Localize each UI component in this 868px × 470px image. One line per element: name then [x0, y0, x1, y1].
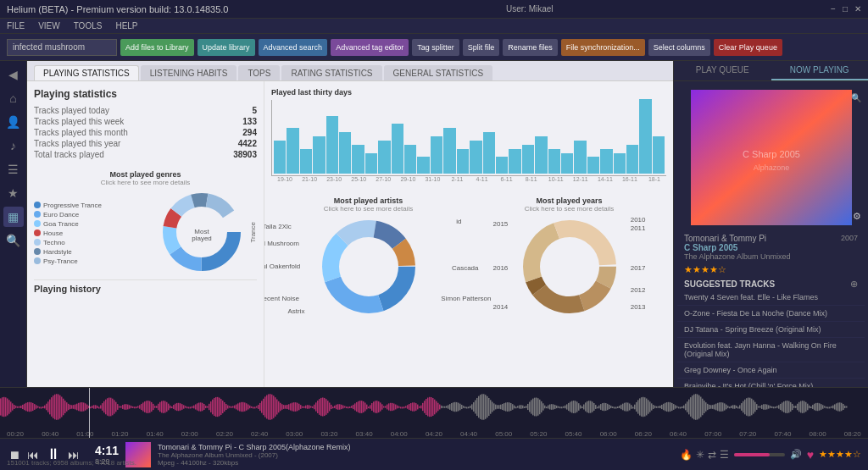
- search-input[interactable]: [7, 39, 117, 56]
- menu-file[interactable]: FILE: [7, 21, 25, 30]
- close-btn[interactable]: ✕: [854, 4, 861, 14]
- playback-stars[interactable]: ★★★★☆: [819, 449, 861, 460]
- svg-rect-235: [358, 401, 359, 412]
- advanced-tag-button[interactable]: Advanced tag editor: [331, 39, 409, 56]
- svg-rect-290: [451, 403, 453, 411]
- tab-rating-stats[interactable]: RATING STATISTICS: [281, 65, 381, 80]
- rename-files-button[interactable]: Rename files: [503, 39, 558, 56]
- svg-rect-377: [598, 406, 600, 409]
- tag-splitter-button[interactable]: Tag splitter: [412, 39, 459, 56]
- add-files-button[interactable]: Add files to Library: [120, 39, 194, 56]
- flame-icon[interactable]: 🔥: [680, 449, 693, 461]
- np-tab-queue[interactable]: PLAY QUEUE: [674, 61, 771, 80]
- svg-rect-146: [207, 406, 209, 408]
- clear-queue-button[interactable]: Clear Play queue: [714, 39, 782, 56]
- suggested-track-item[interactable]: Twenty 4 Seven feat. Elle - Like Flames: [677, 290, 865, 306]
- sidebar-list[interactable]: ☰: [3, 159, 24, 180]
- svg-rect-442: [709, 405, 710, 409]
- waveform-time-label: 00:20: [7, 430, 24, 438]
- svg-rect-455: [731, 406, 732, 408]
- volume-slider[interactable]: [734, 453, 785, 456]
- sidebar-chart[interactable]: ▦: [3, 207, 24, 227]
- tab-listening-habits[interactable]: LISTENING HABITS: [141, 65, 237, 80]
- file-sync-button[interactable]: File synchronization...: [561, 39, 645, 56]
- advanced-search-button[interactable]: Advanced search: [259, 39, 328, 56]
- window-controls[interactable]: − □ ✕: [831, 4, 861, 14]
- bar-chart-label: 23-10: [322, 176, 346, 182]
- repeat-icon[interactable]: ⇄: [708, 449, 716, 461]
- svg-rect-99: [127, 405, 129, 410]
- stat-value-total: 38903: [233, 150, 257, 159]
- minimize-btn[interactable]: −: [831, 4, 836, 14]
- playing-stats-title: Playing statistics: [34, 88, 257, 100]
- update-library-button[interactable]: Update library: [198, 39, 255, 56]
- suggested-header: SUGGESTED TRACKS ⊕: [677, 279, 865, 290]
- suggested-track-item[interactable]: O-Zone - Fiesta De La Noche (Dance Mix): [677, 306, 865, 322]
- svg-rect-460: [739, 405, 741, 408]
- suggested-track-item[interactable]: Brainvibe - It's Hot (Chill 'n' Force Mi…: [677, 379, 865, 387]
- svg-rect-351: [554, 405, 556, 409]
- suggested-track-item[interactable]: Greg Downey - Once Again: [677, 362, 865, 379]
- sidebar-music[interactable]: ♪: [3, 135, 24, 156]
- sidebar-person[interactable]: 👤: [3, 112, 24, 132]
- svg-rect-254: [390, 403, 392, 411]
- svg-rect-280: [434, 400, 436, 415]
- svg-rect-187: [276, 400, 278, 415]
- bar-chart-bar: [431, 136, 442, 174]
- years-chart-subtitle[interactable]: Click here to see more details: [472, 205, 666, 213]
- svg-rect-63: [66, 402, 68, 412]
- svg-rect-250: [383, 406, 385, 408]
- select-columns-button[interactable]: Select columns: [648, 39, 710, 56]
- svg-rect-248: [380, 402, 381, 411]
- svg-rect-43: [32, 403, 34, 411]
- tab-playing-stats[interactable]: PLAYING STATISTICS: [34, 65, 139, 80]
- waveform-time-label: 06:40: [670, 430, 687, 438]
- suggested-track-item[interactable]: DJ Tatana - Spring Breeze (Original Mix): [677, 322, 865, 338]
- track-album-bar: The Alphazone Album Unmixed - (2007): [158, 451, 350, 459]
- suggested-expand-icon[interactable]: ⊕: [850, 279, 858, 290]
- user-label: User: Mikael: [506, 4, 554, 14]
- svg-rect-433: [693, 395, 695, 420]
- waveform-time-labels: 00:2000:4001:0001:2001:4002:0002:2002:40…: [0, 430, 868, 438]
- menu-tools[interactable]: TOOLS: [74, 21, 103, 30]
- sidebar-back[interactable]: ◀: [3, 64, 24, 85]
- svg-rect-226: [342, 406, 344, 409]
- artists-chart-subtitle[interactable]: Click here to see more details: [271, 205, 465, 213]
- np-stars[interactable]: ★★★★☆: [684, 264, 858, 275]
- suggested-track-item[interactable]: Evolution feat. Jayn Hanna - Walking On …: [677, 338, 865, 362]
- waveform-area[interactable]: 00:2000:4001:0001:2001:4002:0002:2002:40…: [0, 387, 868, 438]
- svg-rect-485: [782, 402, 783, 411]
- heart-icon[interactable]: ♥: [807, 448, 814, 462]
- donut-charts-row: Most played artists Click here to see mo…: [271, 196, 666, 319]
- svg-rect-164: [237, 403, 239, 410]
- sidebar-home[interactable]: ⌂: [3, 88, 24, 108]
- svg-rect-295: [459, 404, 461, 411]
- svg-rect-211: [317, 401, 319, 413]
- volume-icon[interactable]: 🔊: [790, 449, 802, 460]
- split-file-button[interactable]: Split file: [463, 39, 500, 56]
- zoom-icon[interactable]: 🔍: [851, 93, 861, 102]
- tab-tops[interactable]: TOPS: [238, 65, 280, 80]
- np-tab-now-playing[interactable]: NOW PLAYING: [771, 61, 869, 80]
- svg-rect-143: [202, 403, 203, 412]
- settings-icon[interactable]: ⚙: [853, 211, 861, 222]
- svg-rect-243: [371, 403, 373, 411]
- sidebar-star[interactable]: ★: [3, 183, 24, 203]
- sidebar-search[interactable]: 🔍: [3, 230, 24, 251]
- svg-rect-214: [322, 397, 324, 416]
- tab-general-stats[interactable]: GENERAL STATISTICS: [384, 65, 493, 80]
- menu-view[interactable]: VIEW: [38, 21, 60, 30]
- suggested-tracks-list: Twenty 4 Seven feat. Elle - Like FlamesO…: [677, 290, 865, 387]
- genre-chart-subtitle[interactable]: Click here to see more details: [34, 179, 257, 186]
- menu-icon-2[interactable]: ☰: [720, 449, 729, 461]
- years-chart-title: Most played years: [472, 196, 666, 205]
- maximize-btn[interactable]: □: [843, 4, 848, 14]
- artists-chart-title: Most played artists: [271, 196, 465, 205]
- menu-help[interactable]: HELP: [115, 21, 137, 30]
- svg-rect-347: [548, 406, 549, 409]
- shuffle-icon[interactable]: ✳: [696, 449, 704, 461]
- svg-rect-257: [395, 405, 397, 410]
- svg-rect-465: [748, 398, 749, 417]
- svg-rect-358: [566, 404, 568, 409]
- svg-rect-480: [773, 406, 775, 408]
